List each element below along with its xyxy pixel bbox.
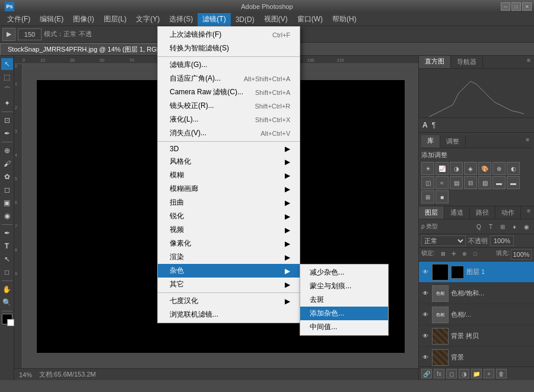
filter-qidu[interactable]: 七度汉化 ▶	[158, 294, 300, 308]
adj-curves[interactable]: 📈	[436, 162, 449, 175]
fill-input[interactable]	[511, 249, 532, 260]
menu-text[interactable]: 文字(Y)	[131, 13, 164, 26]
menu-window[interactable]: 窗口(W)	[293, 13, 328, 26]
filter-adaptive-wide[interactable]: 自适应广角(A)... Alt+Shift+Ctrl+A	[158, 72, 300, 85]
filter-browse-online[interactable]: 浏览联机滤镜...	[158, 308, 300, 321]
filter-noise[interactable]: 杂色 ▶ 减少杂色... 蒙尘与划痕... 去斑 添加杂色... 中间值...	[158, 264, 300, 278]
eyedropper-tool[interactable]: ✒	[1, 128, 13, 139]
layer-effects-btn[interactable]: fx	[434, 369, 444, 378]
adj-posterize[interactable]: ▧	[478, 176, 491, 189]
filter-icon-4[interactable]: ♦	[509, 221, 520, 232]
layer-item-3[interactable]: 👁 色相 色相/...	[419, 304, 534, 326]
document-tab[interactable]: StockSnap_JMRRS4PFRH.jpg @ 14% (图层 1, RG…	[0, 43, 183, 55]
layer-vis-5[interactable]: 👁	[421, 353, 430, 362]
adj-hue[interactable]: 🎨	[478, 162, 491, 175]
adj-gradient[interactable]: ▬	[507, 176, 520, 189]
clone-tool[interactable]: ✿	[1, 171, 13, 183]
panel-menu-icon[interactable]: ≡	[523, 56, 534, 68]
menu-3d[interactable]: 3D(D)	[231, 13, 259, 26]
filter-gallery[interactable]: 滤镜库(G)...	[158, 58, 300, 72]
layer-item-1[interactable]: 👁 图层 1	[419, 262, 534, 283]
filter-pixelate[interactable]: 像素化 ▶	[158, 237, 300, 250]
layers-tab[interactable]: 图层	[419, 206, 444, 219]
healing-tool[interactable]: ⊕	[1, 145, 13, 157]
add-mask-btn[interactable]: ◻	[446, 369, 457, 378]
magic-wand-tool[interactable]: ✦	[1, 97, 13, 109]
adj-tab2[interactable]: 调整	[440, 135, 466, 148]
adj-tab[interactable]: 库	[421, 135, 440, 148]
layers-menu-icon[interactable]: ≡	[523, 206, 534, 219]
layer-vis-1[interactable]: 👁	[421, 268, 430, 276]
adj-bw[interactable]: ◐	[507, 162, 520, 175]
panel-icon-a[interactable]: A	[421, 120, 429, 130]
adj-menu-icon[interactable]: ≡	[523, 135, 532, 148]
filter-blur[interactable]: 模糊 ▶	[158, 168, 300, 182]
menu-layer[interactable]: 图层(L)	[99, 13, 132, 26]
maximize-button[interactable]: □	[511, 2, 521, 11]
filter-render[interactable]: 渲染 ▶	[158, 250, 300, 264]
layer-item-4[interactable]: 👁 背景 拷贝	[419, 326, 534, 347]
filter-icon-2[interactable]: T	[485, 221, 496, 232]
lock-all-icon[interactable]: ⊕	[460, 249, 469, 259]
lock-position-icon[interactable]: ✛	[449, 249, 459, 259]
lock-artboard-icon[interactable]: □	[471, 249, 480, 259]
delete-layer-btn[interactable]: 🗑	[496, 369, 507, 378]
shape-tool[interactable]: □	[1, 266, 13, 278]
adj-vibrance[interactable]: ◈	[464, 162, 477, 175]
layer-item-5[interactable]: 👁 背景	[419, 347, 534, 366]
filter-distort[interactable]: 扭曲 ▶	[158, 196, 300, 209]
adj-brightness[interactable]: ☀	[421, 162, 434, 175]
layer-item-2[interactable]: 👁 色相 色相/饱和...	[419, 283, 534, 304]
noise-despeckte[interactable]: 去斑	[300, 293, 388, 307]
menu-edit[interactable]: 编辑(E)	[35, 13, 68, 26]
actions-tab[interactable]: 动作	[495, 206, 521, 219]
gradient-tool[interactable]: ▣	[1, 197, 13, 209]
opacity-input[interactable]	[490, 235, 514, 246]
histogram-tab[interactable]: 直方图	[419, 56, 451, 68]
adj-colorbalance[interactable]: ⊕	[492, 162, 506, 175]
new-adj-layer-btn[interactable]: ◑	[459, 369, 469, 378]
layer-vis-3[interactable]: 👁	[421, 311, 430, 319]
adj-channelmix[interactable]: ≈	[436, 176, 449, 189]
menu-view[interactable]: 视图(V)	[259, 13, 293, 26]
noise-add[interactable]: 添加杂色...	[300, 307, 388, 320]
link-layers-btn[interactable]: 🔗	[421, 369, 432, 378]
channels-tab[interactable]: 通道	[444, 206, 470, 219]
filter-camera-raw[interactable]: Camera Raw 滤镜(C)... Shift+Ctrl+A	[158, 85, 300, 99]
eraser-tool[interactable]: ◻	[1, 184, 13, 196]
filter-convert-smart[interactable]: 转换为智能滤镜(S)	[158, 42, 300, 55]
adj-pattern[interactable]: ⊞	[421, 190, 434, 203]
hand-tool[interactable]: ✋	[1, 283, 13, 295]
layer-vis-2[interactable]: 👁	[421, 289, 430, 298]
brush-tool[interactable]: 🖌	[1, 158, 13, 170]
filter-vanishing-point[interactable]: 消失点(V)... Alt+Ctrl+V	[158, 126, 300, 140]
filter-icon-1[interactable]: Q	[473, 221, 484, 232]
lasso-tool[interactable]: ⌒	[1, 84, 13, 96]
new-group-btn[interactable]: 📁	[471, 369, 482, 378]
new-layer-btn[interactable]: +	[484, 369, 494, 378]
minimize-button[interactable]: ─	[501, 2, 510, 11]
menu-select[interactable]: 选择(S)	[164, 13, 198, 26]
layer-vis-4[interactable]: 👁	[421, 332, 430, 340]
adj-invert[interactable]: ⊟	[464, 176, 477, 189]
foreground-color[interactable]	[2, 314, 12, 324]
close-button[interactable]: ✕	[522, 2, 532, 11]
filter-blur-gallery[interactable]: 模糊画廊 ▶	[158, 182, 300, 196]
dodge-tool[interactable]: ◉	[1, 210, 13, 222]
size-input[interactable]	[18, 28, 42, 40]
paths-tab[interactable]: 路径	[470, 206, 495, 219]
noise-reduce[interactable]: 减少杂色...	[300, 266, 388, 279]
adj-exposure[interactable]: ◑	[450, 162, 463, 175]
pen-tool[interactable]: ✒	[1, 227, 13, 239]
tool-preset-btn[interactable]: ▶	[2, 28, 15, 41]
filter-icon-5[interactable]: ◉	[521, 221, 532, 232]
noise-dust-scratches[interactable]: 蒙尘与划痕...	[300, 279, 388, 293]
filter-video[interactable]: 视频 ▶	[158, 223, 300, 237]
menu-image[interactable]: 图像(I)	[68, 13, 98, 26]
noise-median[interactable]: 中间值...	[300, 320, 388, 334]
marquee-tool[interactable]: ⬚	[1, 71, 13, 83]
adj-threshold[interactable]: ▬	[492, 176, 506, 189]
path-select-tool[interactable]: ↖	[1, 253, 13, 265]
move-tool[interactable]: ↖	[1, 58, 13, 70]
zoom-tool[interactable]: 🔍	[1, 297, 13, 308]
